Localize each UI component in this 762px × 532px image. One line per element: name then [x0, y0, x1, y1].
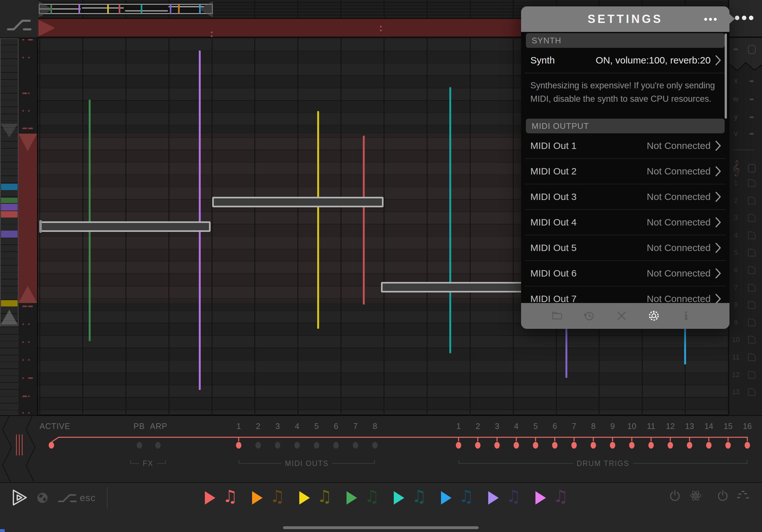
routing-dot[interactable] [275, 442, 280, 449]
routing-dot[interactable] [155, 442, 161, 449]
history-icon[interactable] [583, 309, 596, 322]
track-play-button[interactable] [252, 491, 263, 504]
track-note-icon[interactable]: ♫ [223, 487, 238, 505]
pattern-slot-icon[interactable] [748, 353, 756, 361]
midi-out-row[interactable]: MIDI Out 4Not Connected [525, 210, 726, 235]
track-play-button[interactable] [441, 491, 451, 504]
highlighted-key[interactable] [1, 300, 18, 306]
note-bar[interactable] [39, 221, 211, 232]
highlighted-key[interactable] [1, 211, 18, 218]
track-play-button[interactable] [299, 491, 310, 504]
track-play-button[interactable] [205, 491, 215, 504]
minimap-handle-left[interactable] [38, 1, 53, 18]
pattern-slot-icon[interactable] [748, 249, 756, 256]
routing-dot[interactable] [49, 442, 54, 449]
routing-dot[interactable] [629, 442, 634, 449]
sidebar-letter-slot[interactable]: w [730, 95, 741, 103]
synth-setting-row[interactable]: Synth ON, volume:100, reverb:20 [525, 48, 726, 73]
note-bar[interactable] [212, 197, 384, 207]
track-play-button[interactable] [346, 491, 357, 504]
routing-dot[interactable] [294, 442, 300, 449]
track-note-icon[interactable]: ♫ [506, 487, 521, 505]
routing-dot[interactable] [687, 442, 692, 449]
sidebar-letter-slot[interactable]: x [730, 76, 741, 85]
scatter-pattern-icon[interactable] [737, 489, 750, 502]
info-icon[interactable]: i [680, 309, 692, 322]
pattern-slot-icon[interactable] [748, 371, 756, 378]
track-note-icon[interactable]: ♫ [459, 487, 474, 505]
track-play-button[interactable] [394, 491, 404, 504]
routing-dot[interactable] [667, 442, 673, 449]
display-slot-icon[interactable] [748, 45, 756, 54]
routing-dot[interactable] [533, 442, 538, 449]
range-top-handle[interactable] [19, 134, 37, 151]
scroll-down-arrow-icon[interactable] [1, 124, 18, 137]
range-selection[interactable] [19, 134, 37, 303]
midi-out-row[interactable]: MIDI Out 2Not Connected [525, 159, 726, 184]
pattern-slot-icon[interactable] [748, 388, 756, 396]
routing-dot[interactable] [513, 442, 519, 449]
routing-dot[interactable] [591, 442, 596, 449]
routing-dot[interactable] [353, 442, 358, 449]
gear-icon[interactable] [648, 309, 660, 322]
midi-out-row[interactable]: MIDI Out 3Not Connected [525, 184, 726, 210]
track-note-icon[interactable]: ♫ [364, 487, 379, 505]
routing-dot[interactable] [610, 442, 615, 449]
track-note-icon[interactable]: ♫ [317, 487, 332, 505]
globe-icon[interactable] [37, 492, 48, 504]
folder-icon[interactable] [551, 309, 564, 322]
track-note-icon[interactable]: ♫ [270, 487, 285, 505]
routing-dot[interactable] [552, 442, 558, 449]
routing-dot[interactable] [137, 442, 142, 449]
routing-dot[interactable] [236, 442, 242, 449]
range-column[interactable] [19, 38, 38, 415]
minimap-handle-right[interactable] [199, 1, 213, 18]
track-note-icon[interactable]: ♫ [412, 487, 426, 505]
routing-dot[interactable] [571, 442, 576, 449]
track-note-icon[interactable]: ♫ [553, 487, 568, 505]
esc-button[interactable]: esc [80, 493, 96, 503]
range-bottom-handle[interactable] [19, 286, 37, 303]
routing-dot[interactable] [494, 442, 500, 449]
atom-icon[interactable] [689, 489, 702, 502]
pattern-slot-icon[interactable] [748, 179, 756, 187]
routing-dot[interactable] [725, 442, 731, 449]
highlighted-key[interactable] [1, 198, 18, 203]
routing-dot[interactable] [372, 442, 378, 449]
panel-menu-dots-button[interactable] [704, 18, 717, 21]
pattern-slot-icon[interactable] [748, 301, 756, 309]
minimap-handles[interactable] [38, 0, 217, 19]
treble-clef-icon[interactable]: 𝄞 [730, 160, 742, 176]
sidebar-letter-slot[interactable]: y [730, 112, 741, 121]
midi-out-row[interactable]: MIDI Out 5Not Connected [525, 235, 726, 261]
routing-dot[interactable] [648, 442, 654, 449]
pattern-slot-icon[interactable] [748, 197, 756, 204]
close-icon[interactable] [615, 309, 628, 322]
midi-out-row[interactable]: MIDI Out 7Not Connected [525, 287, 726, 303]
routing-dot[interactable] [706, 442, 712, 449]
highlighted-key[interactable] [1, 231, 18, 237]
menu-dots-button[interactable] [735, 16, 753, 20]
pattern-slot-icon[interactable] [748, 214, 756, 222]
clef-slot-icon[interactable] [748, 164, 756, 172]
routing-dot[interactable] [256, 442, 261, 449]
pattern-slot-icon[interactable] [748, 284, 756, 292]
track-play-button[interactable] [488, 491, 499, 504]
roll-scrollbar[interactable] [39, 220, 42, 233]
power-secondary-icon[interactable] [717, 489, 729, 502]
slide-ramp-button[interactable] [58, 493, 77, 504]
pattern-slot-icon[interactable] [748, 232, 756, 239]
settings-scrollbar[interactable] [725, 33, 727, 119]
pattern-slot-icon[interactable] [748, 319, 756, 326]
midi-out-row[interactable]: MIDI Out 1Not Connected [525, 133, 726, 159]
track-play-button[interactable] [535, 491, 546, 504]
highlighted-key[interactable] [1, 184, 18, 190]
routing-dot[interactable] [334, 442, 339, 449]
midi-out-row[interactable]: MIDI Out 6Not Connected [525, 261, 726, 287]
power-icon[interactable] [668, 489, 681, 502]
sidebar-letter-slot[interactable]: v [730, 129, 741, 138]
pattern-slot-icon[interactable] [748, 266, 756, 274]
routing-dot[interactable] [744, 442, 750, 449]
routing-dot[interactable] [475, 442, 481, 449]
routing-dot[interactable] [456, 442, 461, 449]
